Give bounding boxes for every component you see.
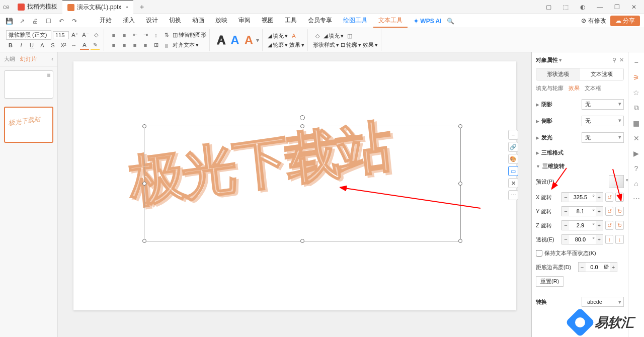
- wordart-style-3[interactable]: A: [243, 33, 255, 47]
- preview-icon[interactable]: ☐: [43, 16, 53, 26]
- spacing-icon[interactable]: ↔: [69, 41, 78, 50]
- pin-icon[interactable]: ⚲: [612, 57, 616, 63]
- strike-icon[interactable]: S: [48, 41, 57, 50]
- font-grow-icon[interactable]: A⁺: [70, 31, 79, 40]
- text-align-button[interactable]: 对齐文本 ▾: [173, 41, 199, 49]
- float-settings-icon[interactable]: ✕: [508, 178, 518, 188]
- float-layout-icon[interactable]: ▭: [508, 166, 518, 176]
- slide-thumb-1[interactable]: ▦: [4, 70, 53, 99]
- menu-review[interactable]: 审阅: [233, 14, 256, 28]
- font-shrink-icon[interactable]: A⁻: [81, 31, 90, 40]
- more-shape-icon[interactable]: ◫: [345, 31, 354, 40]
- text-clear-icon[interactable]: A: [289, 31, 298, 40]
- line-spacing-icon[interactable]: ↕: [151, 31, 160, 40]
- slide-thumb-2[interactable]: 极光下载站: [4, 107, 53, 143]
- italic-icon[interactable]: I: [17, 41, 26, 50]
- handle-ml[interactable]: [142, 182, 146, 186]
- rail-gift-icon[interactable]: ⌂: [634, 180, 638, 188]
- add-tab[interactable]: ＋: [133, 3, 150, 12]
- handle-tm[interactable]: [300, 124, 304, 128]
- yrot-spinner[interactable]: −°+: [561, 206, 603, 216]
- cat-fill[interactable]: 填充与轮廓: [536, 85, 564, 92]
- menu-text[interactable]: 文本工具: [373, 14, 408, 28]
- yrot-right-icon[interactable]: ↻: [615, 207, 624, 216]
- text-direction-icon[interactable]: ⇅: [162, 31, 171, 40]
- handle-tl[interactable]: [142, 124, 146, 128]
- menu-start[interactable]: 开始: [95, 14, 117, 28]
- underline-icon[interactable]: U: [27, 41, 36, 50]
- dec-icon[interactable]: −: [562, 193, 569, 202]
- dec-icon[interactable]: −: [562, 235, 569, 244]
- text-effect-button[interactable]: 效果 ▾: [289, 41, 304, 49]
- persp-up-icon[interactable]: ↑: [605, 235, 614, 244]
- text-outline-button[interactable]: ◢ 轮廓 ▾: [268, 41, 288, 49]
- zrot-spinner[interactable]: −°+: [561, 220, 603, 230]
- handle-tr[interactable]: [458, 124, 462, 128]
- bold-icon[interactable]: B: [6, 41, 15, 50]
- reset-button[interactable]: 重置(R): [536, 276, 564, 287]
- persp-down-icon[interactable]: ↓: [615, 235, 624, 244]
- menu-transition[interactable]: 切换: [164, 14, 186, 28]
- align-left-icon[interactable]: ≡: [109, 41, 118, 50]
- rail-minus-icon[interactable]: −: [634, 58, 638, 66]
- win-restore[interactable]: ❐: [611, 4, 623, 11]
- save-icon[interactable]: 💾: [4, 16, 14, 26]
- glow-select[interactable]: 无: [582, 132, 624, 143]
- zrot-right-icon[interactable]: ↻: [615, 221, 624, 230]
- transform-select[interactable]: abcde: [582, 297, 624, 307]
- print-icon[interactable]: 🖨: [30, 16, 40, 26]
- slides-tab[interactable]: 幻灯片: [20, 55, 37, 63]
- win-avatar-icon[interactable]: ◐: [577, 4, 589, 11]
- cat-textbox[interactable]: 文本框: [585, 85, 601, 92]
- glow-section[interactable]: ▶ 发光 无: [536, 129, 624, 146]
- handle-br[interactable]: [458, 239, 462, 243]
- shape-effect-button[interactable]: 效果 ▾: [363, 41, 378, 49]
- zrot-input[interactable]: [569, 221, 591, 230]
- shape-options-tab[interactable]: 形状选项: [536, 68, 580, 80]
- handle-mr[interactable]: [458, 182, 462, 186]
- menu-tools[interactable]: 工具: [280, 14, 302, 28]
- keep-flat-row[interactable]: 保持文本平面状态(K): [536, 249, 624, 257]
- win-minimize[interactable]: —: [594, 4, 606, 11]
- persp-input[interactable]: [569, 235, 591, 244]
- float-minus-icon[interactable]: −: [508, 130, 518, 140]
- cat-effect[interactable]: 效果: [569, 85, 580, 92]
- shape-outline-button[interactable]: ⊡ 轮廓 ▾: [341, 41, 361, 49]
- menu-show[interactable]: 放映: [210, 14, 232, 28]
- win-close[interactable]: ✕: [628, 4, 640, 11]
- tab-document[interactable]: 演示文稿(1).pptx •: [62, 0, 133, 14]
- xrot-input[interactable]: [569, 193, 591, 202]
- columns-icon[interactable]: ⫼: [162, 41, 171, 50]
- share-button[interactable]: ☁ 分享: [610, 16, 640, 26]
- dec-icon[interactable]: −: [562, 221, 569, 230]
- font-name-select[interactable]: 微软雅黑 (正文): [6, 30, 51, 40]
- rail-tools-icon[interactable]: ✕: [633, 134, 639, 142]
- menu-view[interactable]: 视图: [257, 14, 279, 28]
- rotation-handle[interactable]: [300, 115, 305, 120]
- inc-icon[interactable]: +: [596, 193, 603, 202]
- distribute-icon[interactable]: ⊞: [151, 41, 160, 50]
- win-cube-icon[interactable]: ⬚: [559, 4, 572, 11]
- undo-icon[interactable]: ↶: [56, 16, 66, 26]
- handle-bl[interactable]: [142, 239, 146, 243]
- wordart-style-1[interactable]: A: [215, 33, 227, 47]
- preset-picker[interactable]: [609, 175, 624, 188]
- menu-drawing[interactable]: 绘图工具: [338, 14, 372, 28]
- shadow-icon[interactable]: A: [38, 41, 47, 50]
- outline-tab[interactable]: 大纲: [4, 55, 15, 63]
- shape-icon[interactable]: ◇: [313, 31, 322, 40]
- rail-star-icon[interactable]: ☆: [633, 89, 639, 97]
- panel-close-icon[interactable]: ✕: [619, 57, 624, 63]
- slide[interactable]: 极光下载站: [73, 61, 516, 310]
- win-app-icon[interactable]: ▢: [542, 4, 554, 11]
- format3d-section[interactable]: ▶ 三维格式: [536, 146, 624, 159]
- search-icon[interactable]: 🔍: [446, 16, 456, 26]
- indent-dec-icon[interactable]: ⇤: [130, 31, 139, 40]
- align-right-icon[interactable]: ≡: [130, 41, 139, 50]
- wps-ai-button[interactable]: ✦ WPS AI: [414, 18, 442, 25]
- menu-insert[interactable]: 插入: [118, 14, 140, 28]
- reflection-select[interactable]: 无: [582, 116, 624, 126]
- text-options-tab[interactable]: 文本选项: [580, 68, 624, 80]
- highlight-icon[interactable]: ✎: [91, 41, 100, 50]
- distance-input[interactable]: [586, 263, 603, 272]
